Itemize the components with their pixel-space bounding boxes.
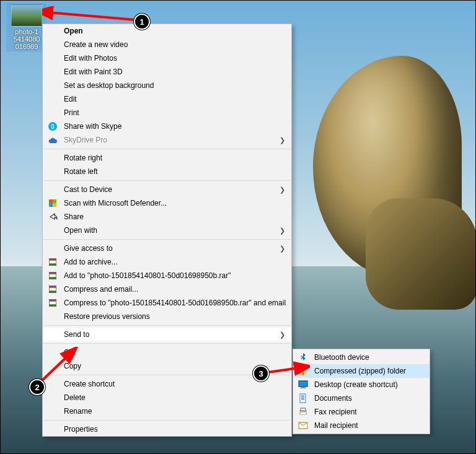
menu-item-label: SkyDrive Pro (64, 136, 107, 144)
submenu-item-label: Compressed (zipped) folder (314, 367, 406, 375)
menu-item-label: Create shortcut (64, 380, 115, 388)
menu-item[interactable]: Add to archive... (43, 255, 291, 269)
menu-item-label: Create a new video (64, 40, 128, 49)
svg-rect-33 (301, 413, 306, 414)
svg-rect-17 (49, 299, 56, 301)
menu-item-label: Copy (64, 362, 81, 370)
menu-item-label: Delete (64, 393, 86, 402)
fax-icon (298, 407, 308, 417)
menu-item[interactable]: Edit (43, 92, 291, 106)
callout-3: 3 (253, 365, 269, 382)
menu-separator (43, 420, 291, 421)
submenu-item-label: Bluetooth device (314, 353, 369, 362)
svg-rect-25 (302, 371, 304, 372)
menu-item[interactable]: Edit with Paint 3D (43, 65, 291, 79)
chevron-right-icon: ❯ (280, 136, 285, 144)
svg-rect-13 (49, 286, 56, 287)
menu-item-label: Edit with Paint 3D (64, 68, 123, 76)
menu-item[interactable]: Restore previous versions (43, 310, 291, 323)
menu-item[interactable]: Add to "photo-1501854140801-50d01698950b… (43, 269, 291, 282)
menu-item[interactable]: Properties (43, 422, 291, 436)
send-to-submenu[interactable]: Bluetooth deviceCompressed (zipped) fold… (293, 349, 430, 434)
submenu-item-label: Mail recipient (314, 421, 358, 430)
menu-item-label: Restore previous versions (64, 312, 150, 321)
shield-icon (48, 198, 58, 208)
menu-separator (43, 239, 291, 240)
menu-item-label: Share with Skype (64, 122, 121, 131)
submenu-item-label: Documents (314, 394, 352, 403)
rar-icon (48, 271, 58, 281)
menu-item-label: Open (64, 27, 83, 35)
callout-2: 2 (29, 379, 45, 395)
menu-item-label: Open with (64, 226, 97, 235)
svg-rect-9 (49, 272, 56, 274)
menu-item[interactable]: Rotate left (43, 165, 291, 178)
svg-rect-26 (299, 381, 307, 386)
svg-rect-18 (49, 305, 56, 307)
menu-item-label: Send to (64, 330, 89, 339)
menu-item[interactable]: Share with Skype (43, 120, 291, 133)
menu-separator (43, 149, 291, 149)
submenu-item[interactable]: Compressed (zipped) folder (293, 364, 430, 378)
submenu-item[interactable]: Documents (293, 391, 430, 405)
menu-item[interactable]: Give access to❯ (43, 242, 291, 255)
svg-rect-3 (53, 203, 56, 207)
svg-rect-24 (302, 370, 304, 370)
menu-item-label: Scan with Microsoft Defender... (64, 199, 167, 207)
menu-item[interactable]: Edit with Photos (43, 51, 291, 65)
menu-item-label: Edit with Photos (64, 54, 117, 63)
submenu-item[interactable]: Desktop (create shortcut) (293, 378, 430, 391)
svg-rect-6 (49, 264, 56, 266)
menu-item[interactable]: Open with❯ (43, 224, 291, 237)
skype-icon (48, 121, 58, 131)
menu-item[interactable]: Cast to Device❯ (43, 183, 291, 196)
menu-item[interactable]: Print (43, 106, 291, 120)
menu-item-label: Set as desktop background (64, 81, 154, 90)
svg-rect-15 (50, 288, 56, 290)
menu-item[interactable]: Cut (43, 346, 291, 359)
menu-item[interactable]: Scan with Microsoft Defender... (43, 196, 291, 210)
menu-item-label: Rotate right (64, 154, 102, 162)
menu-item[interactable]: Rename (43, 404, 291, 418)
menu-item-label: Print (64, 108, 79, 117)
cloud-icon (48, 135, 58, 145)
svg-rect-11 (50, 274, 56, 277)
svg-rect-22 (302, 367, 304, 368)
menu-item[interactable]: Send to❯ (43, 328, 291, 341)
menu-item-label: Share (64, 212, 84, 221)
share-icon (48, 212, 58, 222)
chevron-right-icon: ❯ (280, 227, 285, 235)
menu-item[interactable]: Rotate right (43, 151, 291, 165)
mail-icon (298, 421, 308, 430)
menu-item-label: Add to archive... (64, 258, 118, 266)
menu-item-label: Add to "photo-1501854140801-50d01698950b… (64, 271, 231, 280)
menu-item[interactable]: Open (43, 24, 291, 38)
bluetooth-icon (298, 352, 308, 362)
menu-separator (43, 180, 291, 181)
chevron-right-icon: ❯ (280, 245, 285, 253)
menu-separator (43, 343, 291, 344)
menu-item[interactable]: Create a new video (43, 38, 291, 51)
zip-icon (298, 366, 308, 376)
file-thumbnail (11, 4, 42, 27)
rar-icon (48, 257, 58, 267)
submenu-item-label: Desktop (create shortcut) (314, 380, 398, 389)
menu-item-label: Cast to Device (64, 185, 112, 194)
file-label: photo-1 5414080 016989 (8, 28, 45, 50)
menu-item[interactable]: Delete (43, 391, 291, 404)
menu-item[interactable]: Set as desktop background (43, 79, 291, 92)
menu-item[interactable]: Share (43, 210, 291, 224)
svg-rect-5 (49, 258, 56, 260)
menu-item[interactable]: Compress and email... (43, 282, 291, 296)
menu-item[interactable]: Create shortcut (43, 377, 291, 391)
menu-item-label: Give access to (64, 244, 113, 253)
submenu-item[interactable]: Fax recipient (293, 405, 430, 419)
svg-rect-23 (302, 369, 304, 369)
menu-item[interactable]: Compress to "photo-1501854140801-50d0169… (43, 296, 291, 310)
submenu-item[interactable]: Bluetooth device (293, 351, 430, 364)
desktop-icon (298, 380, 308, 390)
menu-item-label: Properties (64, 425, 98, 434)
submenu-item[interactable]: Mail recipient (293, 419, 430, 432)
desktop-file-icon[interactable]: photo-1 5414080 016989 (6, 2, 47, 52)
svg-rect-28 (301, 387, 305, 388)
